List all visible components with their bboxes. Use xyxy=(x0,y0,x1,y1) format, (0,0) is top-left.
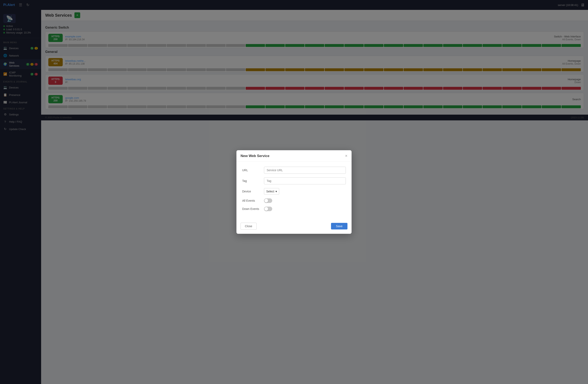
save-button[interactable]: Save xyxy=(331,223,347,229)
chevron-down-icon: ▾ xyxy=(275,190,277,193)
down-events-form-group: Down Events xyxy=(242,207,346,211)
new-web-service-modal: New Web Service × URL Tag Device Select … xyxy=(236,150,352,234)
close-button[interactable]: Close xyxy=(241,223,257,230)
modal-footer: Close Save xyxy=(236,220,352,234)
device-label: Device xyxy=(242,190,261,193)
modal-overlay[interactable]: New Web Service × URL Tag Device Select … xyxy=(0,0,588,384)
toggle-knob xyxy=(264,199,268,203)
tag-input[interactable] xyxy=(264,177,346,184)
modal-close-button[interactable]: × xyxy=(345,154,347,158)
device-form-group: Device Select ▾ xyxy=(242,188,346,195)
all-events-form-group: All Events xyxy=(242,198,346,203)
all-events-toggle[interactable] xyxy=(264,198,272,203)
toggle-knob xyxy=(264,207,268,211)
all-events-label: All Events xyxy=(242,199,261,202)
device-select[interactable]: Select ▾ xyxy=(264,188,279,195)
url-form-group: URL xyxy=(242,167,346,174)
tag-form-group: Tag xyxy=(242,177,346,184)
modal-title: New Web Service xyxy=(241,154,269,158)
tag-label: Tag xyxy=(242,179,261,182)
down-events-label: Down Events xyxy=(242,207,261,210)
down-events-toggle[interactable] xyxy=(264,207,272,211)
url-input[interactable] xyxy=(264,167,346,174)
url-label: URL xyxy=(242,169,261,172)
modal-header: New Web Service × xyxy=(236,150,352,162)
